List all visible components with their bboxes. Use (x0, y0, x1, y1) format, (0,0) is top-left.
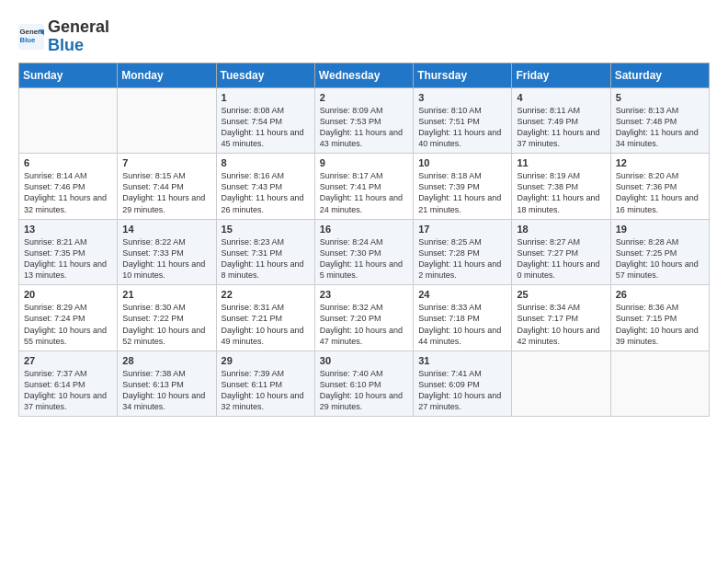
day-content: Sunrise: 7:39 AM Sunset: 6:11 PM Dayligh… (222, 368, 310, 413)
day-content: Sunrise: 8:32 AM Sunset: 7:20 PM Dayligh… (320, 302, 408, 347)
day-content: Sunrise: 8:13 AM Sunset: 7:48 PM Dayligh… (616, 105, 704, 150)
day-number: 28 (122, 355, 210, 366)
dow-monday: Monday (118, 63, 216, 87)
dow-tuesday: Tuesday (216, 63, 314, 87)
calendar-cell: 13Sunrise: 8:21 AM Sunset: 7:35 PM Dayli… (19, 219, 118, 285)
calendar-cell: 27Sunrise: 7:37 AM Sunset: 6:14 PM Dayli… (19, 350, 118, 417)
day-content: Sunrise: 7:40 AM Sunset: 6:10 PM Dayligh… (320, 368, 408, 413)
day-content: Sunrise: 8:16 AM Sunset: 7:43 PM Dayligh… (222, 170, 310, 215)
day-number: 14 (122, 224, 210, 235)
calendar-table: SundayMondayTuesdayWednesdayThursdayFrid… (18, 63, 710, 418)
calendar-cell: 8Sunrise: 8:16 AM Sunset: 7:43 PM Daylig… (216, 154, 314, 220)
day-content: Sunrise: 8:24 AM Sunset: 7:30 PM Dayligh… (320, 236, 408, 282)
calendar-cell: 1Sunrise: 8:08 AM Sunset: 7:54 PM Daylig… (216, 87, 314, 154)
day-content: Sunrise: 7:38 AM Sunset: 6:13 PM Dayligh… (122, 368, 210, 413)
day-number: 13 (24, 224, 112, 235)
day-number: 22 (222, 289, 310, 300)
day-number: 24 (418, 289, 506, 300)
calendar-cell: 6Sunrise: 8:14 AM Sunset: 7:46 PM Daylig… (19, 154, 118, 220)
day-number: 21 (122, 289, 210, 300)
calendar-cell (512, 350, 610, 417)
calendar-cell: 21Sunrise: 8:30 AM Sunset: 7:22 PM Dayli… (118, 285, 216, 351)
calendar-cell (118, 87, 216, 154)
calendar-cell: 16Sunrise: 8:24 AM Sunset: 7:30 PM Dayli… (314, 219, 413, 285)
day-number: 25 (517, 289, 605, 300)
calendar-cell: 12Sunrise: 8:20 AM Sunset: 7:36 PM Dayli… (610, 154, 709, 220)
day-number: 11 (517, 157, 605, 168)
day-number: 2 (320, 92, 408, 103)
calendar-cell: 7Sunrise: 8:15 AM Sunset: 7:44 PM Daylig… (118, 154, 216, 220)
day-content: Sunrise: 8:21 AM Sunset: 7:35 PM Dayligh… (24, 236, 112, 282)
day-content: Sunrise: 8:09 AM Sunset: 7:53 PM Dayligh… (320, 105, 408, 150)
calendar-cell: 2Sunrise: 8:09 AM Sunset: 7:53 PM Daylig… (314, 87, 413, 154)
calendar-cell: 18Sunrise: 8:27 AM Sunset: 7:27 PM Dayli… (512, 219, 610, 285)
day-number: 7 (122, 157, 210, 168)
calendar-cell: 19Sunrise: 8:28 AM Sunset: 7:25 PM Dayli… (610, 219, 709, 285)
day-number: 1 (222, 92, 310, 103)
day-number: 10 (418, 157, 506, 168)
logo-text: General Blue (48, 18, 109, 55)
svg-text:Blue: Blue (20, 36, 37, 44)
day-content: Sunrise: 8:33 AM Sunset: 7:18 PM Dayligh… (418, 302, 506, 347)
calendar-cell: 25Sunrise: 8:34 AM Sunset: 7:17 PM Dayli… (512, 285, 610, 351)
calendar-cell: 17Sunrise: 8:25 AM Sunset: 7:28 PM Dayli… (414, 219, 512, 285)
day-number: 30 (320, 355, 408, 366)
day-content: Sunrise: 8:25 AM Sunset: 7:28 PM Dayligh… (418, 236, 506, 282)
day-number: 19 (616, 224, 704, 235)
day-number: 18 (517, 224, 605, 235)
dow-friday: Friday (512, 63, 610, 87)
day-number: 8 (222, 157, 310, 168)
calendar-cell: 11Sunrise: 8:19 AM Sunset: 7:38 PM Dayli… (512, 154, 610, 220)
day-content: Sunrise: 8:19 AM Sunset: 7:38 PM Dayligh… (517, 170, 605, 215)
day-content: Sunrise: 8:29 AM Sunset: 7:24 PM Dayligh… (24, 302, 112, 347)
calendar-week-4: 20Sunrise: 8:29 AM Sunset: 7:24 PM Dayli… (19, 285, 710, 351)
day-content: Sunrise: 8:31 AM Sunset: 7:21 PM Dayligh… (222, 302, 310, 347)
page-header: General Blue General Blue (18, 18, 710, 55)
day-number: 17 (418, 224, 506, 235)
day-number: 15 (222, 224, 310, 235)
day-of-week-header-row: SundayMondayTuesdayWednesdayThursdayFrid… (19, 63, 710, 87)
calendar-cell: 3Sunrise: 8:10 AM Sunset: 7:51 PM Daylig… (414, 87, 512, 154)
logo: General Blue General Blue (18, 18, 109, 55)
calendar-cell: 14Sunrise: 8:22 AM Sunset: 7:33 PM Dayli… (118, 219, 216, 285)
calendar-cell: 15Sunrise: 8:23 AM Sunset: 7:31 PM Dayli… (216, 219, 314, 285)
day-number: 27 (24, 355, 112, 366)
day-number: 12 (616, 157, 704, 168)
calendar-week-5: 27Sunrise: 7:37 AM Sunset: 6:14 PM Dayli… (19, 350, 710, 417)
day-content: Sunrise: 8:27 AM Sunset: 7:27 PM Dayligh… (517, 236, 605, 282)
calendar-cell: 23Sunrise: 8:32 AM Sunset: 7:20 PM Dayli… (314, 285, 413, 351)
calendar-cell (19, 87, 118, 154)
day-content: Sunrise: 8:18 AM Sunset: 7:39 PM Dayligh… (418, 170, 506, 215)
calendar-cell: 30Sunrise: 7:40 AM Sunset: 6:10 PM Dayli… (314, 350, 413, 417)
day-number: 26 (616, 289, 704, 300)
day-content: Sunrise: 8:10 AM Sunset: 7:51 PM Dayligh… (418, 105, 506, 150)
day-content: Sunrise: 8:15 AM Sunset: 7:44 PM Dayligh… (122, 170, 210, 215)
day-content: Sunrise: 8:23 AM Sunset: 7:31 PM Dayligh… (222, 236, 310, 282)
day-content: Sunrise: 8:36 AM Sunset: 7:15 PM Dayligh… (616, 302, 704, 347)
day-number: 20 (24, 289, 112, 300)
day-content: Sunrise: 8:14 AM Sunset: 7:46 PM Dayligh… (24, 170, 112, 215)
calendar-cell: 28Sunrise: 7:38 AM Sunset: 6:13 PM Dayli… (118, 350, 216, 417)
calendar-cell: 20Sunrise: 8:29 AM Sunset: 7:24 PM Dayli… (19, 285, 118, 351)
day-content: Sunrise: 8:20 AM Sunset: 7:36 PM Dayligh… (616, 170, 704, 215)
dow-wednesday: Wednesday (314, 63, 413, 87)
day-number: 23 (320, 289, 408, 300)
dow-saturday: Saturday (610, 63, 709, 87)
day-content: Sunrise: 8:34 AM Sunset: 7:17 PM Dayligh… (517, 302, 605, 347)
calendar-cell: 31Sunrise: 7:41 AM Sunset: 6:09 PM Dayli… (414, 350, 512, 417)
day-number: 6 (24, 157, 112, 168)
day-content: Sunrise: 7:37 AM Sunset: 6:14 PM Dayligh… (24, 368, 112, 413)
day-content: Sunrise: 8:11 AM Sunset: 7:49 PM Dayligh… (517, 105, 605, 150)
calendar-cell: 29Sunrise: 7:39 AM Sunset: 6:11 PM Dayli… (216, 350, 314, 417)
day-content: Sunrise: 7:41 AM Sunset: 6:09 PM Dayligh… (418, 368, 506, 413)
day-content: Sunrise: 8:28 AM Sunset: 7:25 PM Dayligh… (616, 236, 704, 282)
calendar-week-3: 13Sunrise: 8:21 AM Sunset: 7:35 PM Dayli… (19, 219, 710, 285)
day-number: 3 (418, 92, 506, 103)
day-number: 29 (222, 355, 310, 366)
calendar-cell: 26Sunrise: 8:36 AM Sunset: 7:15 PM Dayli… (610, 285, 709, 351)
calendar-cell: 10Sunrise: 8:18 AM Sunset: 7:39 PM Dayli… (414, 154, 512, 220)
day-number: 4 (517, 92, 605, 103)
calendar-week-2: 6Sunrise: 8:14 AM Sunset: 7:46 PM Daylig… (19, 154, 710, 220)
calendar-cell: 9Sunrise: 8:17 AM Sunset: 7:41 PM Daylig… (314, 154, 413, 220)
calendar-cell: 24Sunrise: 8:33 AM Sunset: 7:18 PM Dayli… (414, 285, 512, 351)
